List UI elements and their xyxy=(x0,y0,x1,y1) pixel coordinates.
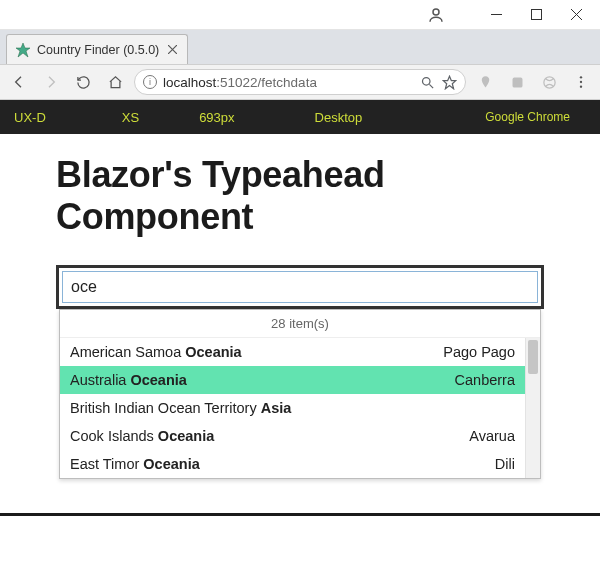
bookmark-icon[interactable] xyxy=(441,74,457,90)
dropdown-item-label: Australia Oceania xyxy=(70,372,455,388)
ux-debug-bar: UX-D XS 693px Desktop Google Chrome xyxy=(0,100,600,134)
scrollbar-thumb[interactable] xyxy=(528,340,538,374)
svg-point-15 xyxy=(580,86,582,88)
typeahead-dropdown: 28 item(s) American Samoa OceaniaPago Pa… xyxy=(59,309,541,479)
dropdown-item-capital: Dili xyxy=(495,456,515,472)
reload-button[interactable] xyxy=(70,69,96,95)
svg-marker-5 xyxy=(16,43,30,57)
dropdown-item[interactable]: Australia OceaniaCanberra xyxy=(60,366,525,394)
svg-marker-10 xyxy=(443,76,456,89)
ext1-icon[interactable] xyxy=(472,69,498,95)
ext3-icon[interactable] xyxy=(536,69,562,95)
url-text: localhost:51022/fetchdata xyxy=(163,75,317,90)
ext2-icon[interactable] xyxy=(504,69,530,95)
profile-icon[interactable] xyxy=(425,4,447,26)
window-titlebar xyxy=(0,0,600,30)
dropdown-item-label: Cook Islands Oceania xyxy=(70,428,469,444)
toolbar: i localhost:51022/fetchdata xyxy=(0,64,600,100)
tab-strip: Country Finder (0.5.0) xyxy=(0,30,600,64)
dropdown-list: American Samoa OceaniaPago PagoAustralia… xyxy=(60,338,525,478)
ux-width: 693px xyxy=(179,110,254,125)
svg-point-12 xyxy=(543,76,554,87)
svg-point-0 xyxy=(433,9,439,15)
ux-brand: UX-D xyxy=(0,110,66,125)
tab-title: Country Finder (0.5.0) xyxy=(37,43,159,57)
ux-browser: Google Chrome xyxy=(465,110,590,124)
dropdown-item[interactable]: American Samoa OceaniaPago Pago xyxy=(60,338,525,366)
close-tab-icon[interactable] xyxy=(165,43,179,57)
typeahead-input[interactable] xyxy=(62,271,538,303)
typeahead: 28 item(s) American Samoa OceaniaPago Pa… xyxy=(56,265,544,309)
back-button[interactable] xyxy=(6,69,32,95)
dropdown-item[interactable]: British Indian Ocean Territory Asia xyxy=(60,394,525,422)
minimize-button[interactable] xyxy=(476,0,516,30)
svg-rect-2 xyxy=(531,10,541,20)
dropdown-item-capital: Pago Pago xyxy=(443,344,515,360)
dropdown-item-label: British Indian Ocean Territory Asia xyxy=(70,400,515,416)
scrollbar[interactable] xyxy=(525,338,540,478)
dropdown-item[interactable]: East Timor OceaniaDili xyxy=(60,450,525,478)
favicon-icon xyxy=(15,42,31,58)
browser-tab[interactable]: Country Finder (0.5.0) xyxy=(6,34,188,64)
dropdown-item-label: East Timor Oceania xyxy=(70,456,495,472)
close-window-button[interactable] xyxy=(556,0,596,30)
page-title: Blazor's Typeahead Component xyxy=(56,154,544,239)
dropdown-item-capital: Canberra xyxy=(455,372,515,388)
menu-button[interactable] xyxy=(568,69,594,95)
site-info-icon[interactable]: i xyxy=(143,75,157,89)
maximize-button[interactable] xyxy=(516,0,556,30)
zoom-icon[interactable] xyxy=(419,74,435,90)
forward-button xyxy=(38,69,64,95)
address-bar[interactable]: i localhost:51022/fetchdata xyxy=(134,69,466,95)
divider-line xyxy=(0,513,600,516)
dropdown-item[interactable]: Cook Islands OceaniaAvarua xyxy=(60,422,525,450)
svg-line-9 xyxy=(429,84,433,88)
svg-point-8 xyxy=(422,77,430,85)
typeahead-input-wrap xyxy=(56,265,544,309)
home-button[interactable] xyxy=(102,69,128,95)
svg-point-13 xyxy=(580,76,582,78)
svg-rect-11 xyxy=(512,77,522,87)
dropdown-item-capital: Avarua xyxy=(469,428,515,444)
ux-bp: XS xyxy=(102,110,159,125)
dropdown-item-label: American Samoa Oceania xyxy=(70,344,443,360)
ux-device: Desktop xyxy=(295,110,383,125)
dropdown-count: 28 item(s) xyxy=(60,310,540,338)
page-content: Blazor's Typeahead Component 28 item(s) … xyxy=(0,134,600,309)
svg-point-14 xyxy=(580,81,582,83)
